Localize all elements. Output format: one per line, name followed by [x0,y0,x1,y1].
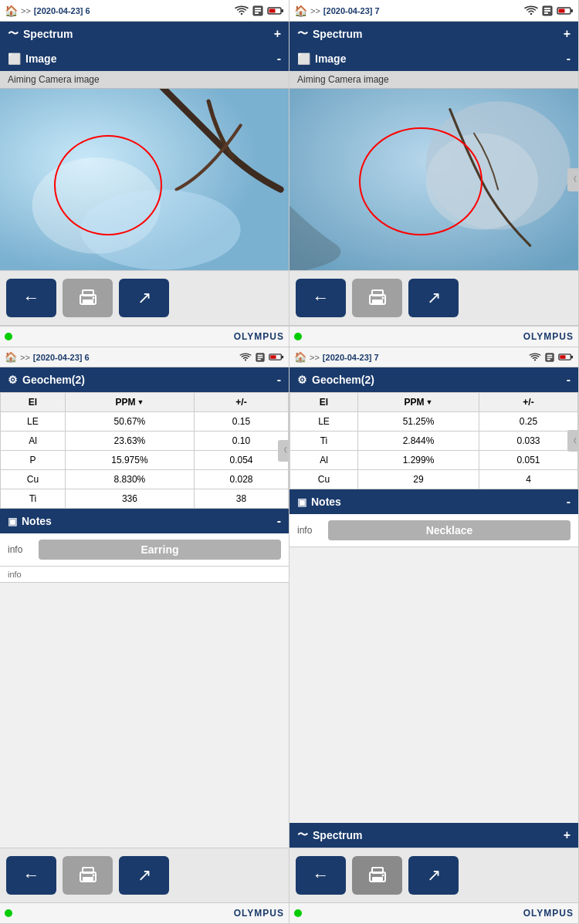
svg-rect-16 [258,357,263,358]
right-geochem-header[interactable]: ⚙ Geochem(2) - [290,367,578,392]
right-col-plusminus: +/- [479,393,578,412]
left-print-button[interactable] [63,279,113,317]
left-camera-image [0,89,289,270]
svg-rect-12 [83,300,93,305]
left-geochem-cell-4-2: 38 [194,489,288,509]
right-print-icon [367,289,388,307]
right-spectrum-bottom-label: Spectrum [313,829,363,841]
left-geochem-cell-4-0: Ti [1,489,66,509]
svg-rect-27 [544,10,550,12]
svg-rect-19 [282,356,283,359]
right-image-header[interactable]: ⬜ Image - [290,46,578,71]
right-geochem-toggle[interactable]: - [567,373,571,387]
left-back-button[interactable]: ← [6,279,56,317]
right-geochem-cell-2-1: 1.299% [358,451,479,470]
left-geochem-row: P15.975%0.054 [1,451,289,470]
right-geochem-cell-3-1: 29 [358,470,479,489]
left-image-label: Image [25,52,56,65]
left-notes-toggle[interactable]: - [277,514,281,528]
left-spectrum-header[interactable]: 〜 Spectrum + [0,22,289,46]
svg-rect-26 [544,8,550,9]
left-geochem-cell-2-0: P [1,451,66,470]
left-bottom-back-button[interactable]: ← [6,856,56,895]
right-bottom-olympus: OLYMPUS [523,908,574,919]
right-home-icon2: 🏠 [294,351,306,363]
right-image-toggle[interactable]: - [567,52,571,66]
right-storage-icon-top [541,5,554,16]
left-bottom-print-button[interactable] [63,856,113,895]
left-expand-button[interactable]: ↗ [119,279,169,317]
svg-rect-23 [83,877,93,882]
left-geochem-toggle[interactable]: - [277,373,281,387]
left-target-circle [54,135,162,235]
right-notes-value[interactable]: Necklace [328,520,571,540]
right-geochem-table-wrapper: El PPM ▼ +/- LE51.25%0.25Ti2.844%0.033Al… [290,392,578,489]
right-geochem-table: El PPM ▼ +/- LE51.25%0.25Ti2.844%0.033Al… [290,392,578,489]
right-breadcrumb2: [2020-04-23] 7 [323,353,379,362]
right-bottom-green-dot [294,909,302,917]
left-home-icon2: 🏠 [5,351,17,363]
right-notes-header[interactable]: ▣ Notes - [290,489,578,514]
svg-point-13 [92,297,94,300]
left-battery-icon2 [269,353,284,361]
right-geochem-cell-2-2: 0.051 [479,451,578,470]
right-bottom-expand-button[interactable]: ↗ [408,856,459,895]
right-image-label: Image [315,52,346,65]
svg-rect-5 [282,9,284,12]
left-notes-icon: ▣ [8,516,17,527]
left-status-bar2: 🏠 >> [2020-04-23] 6 [0,347,289,367]
right-status-bar-top: 🏠 >> [2020-04-23] 7 [290,0,578,22]
right-geochem-cell-1-2: 0.033 [479,432,578,451]
right-olympus-logo: OLYMPUS [523,331,574,342]
left-bottom-expand-button[interactable]: ↗ [119,856,169,895]
left-col-el: El [1,393,66,412]
right-back-button[interactable]: ← [296,279,346,317]
right-spectrum-header[interactable]: 〜 Spectrum + [290,22,578,46]
left-notes-value[interactable]: Earring [39,540,281,560]
right-bottom-print-icon [367,866,388,885]
right-geochem-label: Geochem(2) [312,374,374,386]
left-bottom-olympus: OLYMPUS [234,908,284,919]
left-wifi-icon2 [239,353,252,362]
left-geochem-cell-1-2: 0.10 [194,432,288,451]
left-chevron2: >> [20,353,30,362]
left-geochem-cell-0-1: 50.67% [65,412,194,432]
left-geochem-cell-1-0: Al [1,432,66,451]
left-olympus-logo: OLYMPUS [234,331,284,342]
left-spectrum-icon: 〜 [8,27,19,41]
right-bottom-print-button[interactable] [352,856,402,895]
right-geochem-expand-arrow[interactable]: 《 [567,430,578,452]
svg-rect-28 [544,12,548,14]
right-spectrum-bottom-toggle[interactable]: + [564,828,571,842]
svg-rect-6 [269,8,276,12]
left-geochem-row: LE50.67%0.15 [1,412,289,432]
left-geochem-cell-4-1: 336 [65,489,194,509]
left-info-line: info [0,567,289,583]
right-notes-toggle[interactable]: - [567,495,571,509]
left-geochem-header[interactable]: ⚙ Geochem(2) - [0,367,289,392]
right-notes-content: info Necklace [290,514,578,547]
svg-rect-1 [255,8,261,9]
svg-point-24 [92,875,94,877]
right-storage-icon2 [544,353,555,362]
left-notes-info-label: info [8,544,31,555]
left-geochem-row: Al23.63%0.10 [1,432,289,451]
right-geochem-row: Cu294 [290,470,578,489]
left-notes-header[interactable]: ▣ Notes - [0,509,289,533]
left-spectrum-toggle[interactable]: + [274,27,281,41]
left-geochem-expand-arrow[interactable]: 《 [278,440,289,462]
right-bottom-back-button[interactable]: ← [296,856,346,895]
left-geochem-table-wrapper: El PPM ▼ +/- LE50.67%0.15Al23.63%0.10P15… [0,392,289,509]
right-spectrum-toggle[interactable]: + [564,27,571,41]
svg-rect-37 [372,300,383,305]
right-image-expand[interactable]: 《 [567,168,578,191]
left-geochem-cell-0-0: LE [1,412,66,432]
right-print-button[interactable] [352,279,402,317]
left-image-toggle[interactable]: - [277,52,281,66]
right-spectrum-bottom-header[interactable]: 〜 Spectrum + [290,823,578,848]
right-geochem-cell-2-0: Al [290,451,358,470]
left-image-header[interactable]: ⬜ Image - [0,46,289,71]
left-bottom-buttons: ← ↗ [0,848,289,902]
svg-rect-2 [255,10,261,12]
right-expand-button[interactable]: ↗ [408,279,459,317]
